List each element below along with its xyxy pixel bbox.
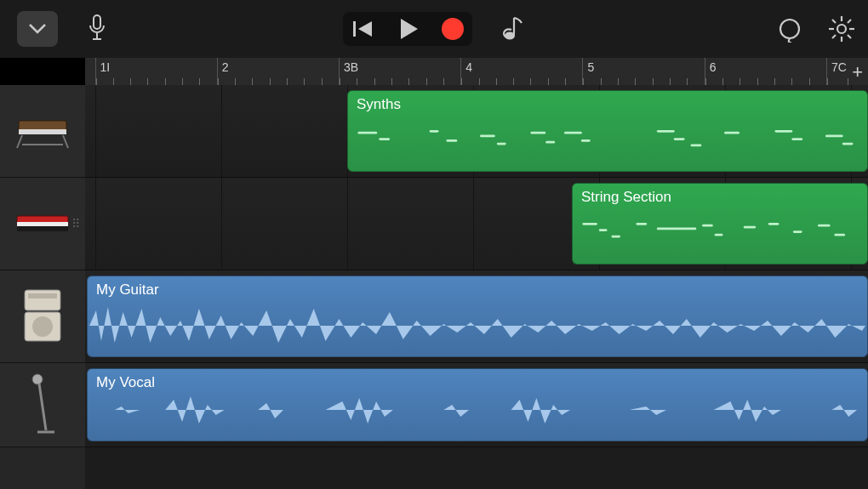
resize-grip-icon[interactable]: ⠿: [71, 217, 82, 230]
ruler-marker: 7C: [831, 60, 847, 74]
guitar-amp-icon: [20, 287, 66, 346]
ruler-marker: 2: [222, 60, 229, 74]
track-header-list: ⠿: [0, 85, 85, 489]
track-lane[interactable]: Synths: [85, 85, 868, 178]
transport-background: [343, 12, 472, 46]
midi-notes-preview: [580, 218, 860, 257]
waveform-preview: [89, 384, 865, 435]
track-header-guitar[interactable]: [0, 270, 85, 363]
toolbar-right: [776, 14, 856, 43]
midi-region-strings[interactable]: String Section: [572, 183, 868, 264]
svg-line-9: [832, 20, 836, 23]
chevron-down-icon: [28, 23, 47, 35]
svg-line-12: [832, 35, 836, 38]
svg-rect-21: [25, 290, 60, 310]
synth-keyboard-icon: [14, 112, 71, 150]
transport-controls: [343, 12, 525, 46]
audio-region-guitar[interactable]: My Guitar: [87, 276, 868, 357]
svg-point-2: [505, 32, 515, 40]
track-lanes: Synths String Section: [85, 85, 868, 489]
svg-rect-22: [28, 293, 57, 299]
svg-point-4: [837, 25, 846, 33]
view-menu-button[interactable]: [17, 11, 58, 47]
track-header-vocal[interactable]: [0, 363, 85, 447]
track-lane[interactable]: String Section: [85, 178, 868, 270]
ruler-marker: 4: [465, 60, 472, 74]
svg-line-16: [63, 135, 68, 148]
ruler-marker: 5: [587, 60, 594, 74]
ruler-marker: 3B: [344, 60, 358, 74]
svg-rect-1: [353, 21, 356, 37]
settings-icon[interactable]: [827, 14, 856, 43]
svg-line-15: [17, 135, 22, 148]
svg-line-26: [39, 384, 46, 430]
region-title: My Guitar: [96, 281, 859, 299]
svg-rect-14: [19, 129, 66, 134]
svg-line-10: [848, 35, 851, 38]
svg-rect-20: [17, 226, 68, 231]
timeline-ruler[interactable]: 1I 2 3B 4 5 6 7C +: [85, 58, 868, 86]
track-lane[interactable]: My Vocal: [85, 363, 868, 447]
track-header-synths[interactable]: [0, 85, 85, 178]
note-icon[interactable]: [501, 14, 525, 43]
microphone-stand-icon: [26, 371, 60, 439]
top-toolbar: [0, 0, 868, 58]
svg-rect-0: [94, 15, 100, 29]
svg-rect-19: [17, 222, 68, 226]
ruler-marker: 1I: [100, 60, 111, 74]
svg-point-24: [32, 316, 53, 337]
region-title: Synths: [357, 96, 859, 113]
record-button[interactable]: [442, 18, 464, 40]
record-icon: [442, 18, 464, 40]
region-title: String Section: [581, 189, 859, 206]
midi-notes-preview: [355, 125, 860, 164]
svg-point-25: [32, 374, 43, 384]
track-lane[interactable]: My Guitar: [85, 270, 868, 363]
rewind-icon[interactable]: [351, 19, 375, 39]
audio-region-vocal[interactable]: My Vocal: [87, 368, 868, 441]
svg-point-3: [780, 20, 799, 38]
ruler-marker: 6: [710, 60, 717, 74]
waveform-preview: [89, 300, 865, 351]
microphone-icon[interactable]: [87, 14, 107, 44]
play-icon[interactable]: [397, 17, 420, 41]
track-header-strings[interactable]: ⠿: [0, 178, 85, 270]
red-keyboard-icon: [14, 211, 71, 236]
svg-line-11: [848, 20, 851, 23]
midi-region-synths[interactable]: Synths: [347, 90, 868, 172]
add-track-button[interactable]: +: [852, 61, 863, 83]
toolbar-left: [17, 11, 107, 47]
loop-icon[interactable]: [776, 15, 803, 43]
